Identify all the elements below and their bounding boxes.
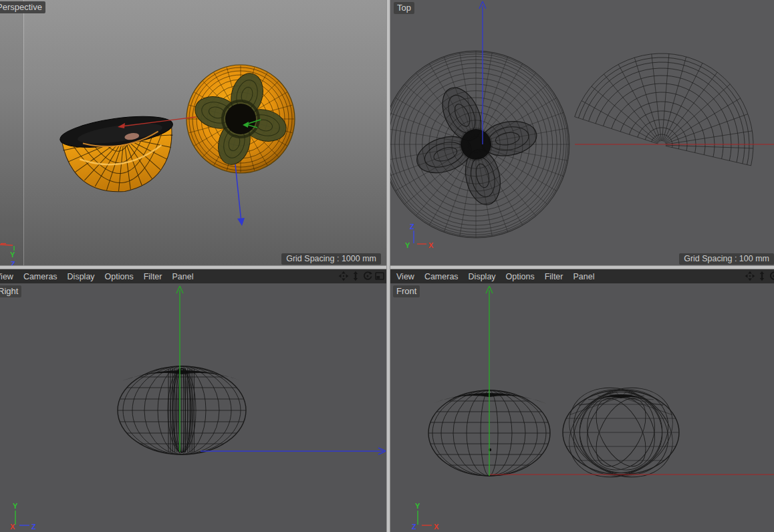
axis-gizmo-top: Z Y X — [401, 221, 438, 253]
fruit-side-wireframe — [118, 366, 246, 454]
svg-text:Y: Y — [10, 251, 15, 259]
svg-text:Y: Y — [415, 502, 420, 510]
whole-fruit-object[interactable] — [186, 65, 295, 173]
viewport-top[interactable]: Top Grid Spacing : 100 mm Z Y X — [390, 0, 774, 266]
fruit-front-wireframes — [428, 370, 688, 495]
viewport-splitter-vertical[interactable] — [386, 0, 390, 532]
menu-item-filter[interactable]: Filter — [144, 272, 162, 281]
svg-text:Y: Y — [13, 502, 18, 510]
left-edge-panel-sliver — [0, 0, 23, 266]
viewport-perspective[interactable]: Perspective Grid Spacing : 1000 mm Y Z — [0, 0, 386, 266]
viewport-nav-icons — [338, 271, 385, 281]
rotate-icon[interactable] — [362, 271, 373, 281]
viewport-right[interactable]: Right Y X Z — [0, 283, 386, 532]
menu-item-display[interactable]: Display — [469, 272, 496, 281]
dolly-icon[interactable] — [757, 271, 767, 281]
menu-item-panel[interactable]: Panel — [172, 272, 193, 281]
right-scene-canvas[interactable] — [0, 283, 386, 532]
menu-item-options[interactable]: Options — [506, 272, 535, 281]
rotate-icon[interactable] — [769, 271, 774, 281]
grid-spacing-label-top: Grid Spacing : 100 mm — [679, 253, 774, 265]
menu-item-cameras[interactable]: Cameras — [23, 272, 57, 281]
viewport-menubar-right-view: View Cameras Display Options Filter Pane… — [0, 269, 386, 283]
svg-text:X: X — [10, 523, 15, 531]
svg-text:Z: Z — [410, 223, 414, 231]
pan-icon[interactable] — [338, 271, 349, 281]
viewport-label-right: Right — [0, 285, 21, 297]
svg-text:Z: Z — [412, 523, 416, 531]
menu-item-view[interactable]: View — [396, 272, 414, 281]
svg-text:Y: Y — [405, 241, 410, 249]
maximize-view-icon[interactable] — [374, 271, 385, 281]
perspective-scene-canvas[interactable] — [0, 0, 386, 266]
axis-manipulator-arrows[interactable] — [486, 286, 774, 476]
viewport-label-perspective: Perspective — [0, 1, 45, 13]
axis-gizmo-front: Y Z X — [409, 500, 445, 531]
viewport-label-front: Front — [393, 285, 420, 297]
axis-gizmo-right: Y X Z — [7, 500, 43, 531]
dolly-icon[interactable] — [350, 271, 361, 281]
axis-gizmo-perspective: Y Z — [0, 237, 27, 266]
viewport-nav-icons — [745, 271, 774, 281]
viewport-label-top: Top — [394, 2, 414, 14]
svg-text:X: X — [434, 523, 439, 531]
menu-item-view[interactable]: View — [0, 272, 13, 281]
svg-text:Z: Z — [31, 523, 36, 531]
menu-item-panel[interactable]: Panel — [573, 272, 594, 281]
menu-items: View Cameras Display Options Filter Pane… — [396, 272, 594, 281]
front-scene-canvas[interactable] — [390, 283, 774, 532]
svg-text:X: X — [428, 241, 434, 249]
grid-spacing-label-perspective: Grid Spacing : 1000 mm — [281, 253, 381, 265]
menu-item-cameras[interactable]: Cameras — [424, 272, 459, 281]
top-scene-canvas[interactable] — [390, 0, 774, 266]
menu-item-options[interactable]: Options — [105, 272, 134, 281]
quad-viewport-stage: Perspective Grid Spacing : 1000 mm Y Z T… — [0, 0, 774, 532]
menu-item-filter[interactable]: Filter — [545, 272, 563, 281]
menu-item-display[interactable]: Display — [68, 272, 95, 281]
viewport-menubar-front-view: View Cameras Display Options Filter Pane… — [390, 269, 774, 283]
viewport-front[interactable]: Front Y Z X — [390, 283, 774, 532]
pan-icon[interactable] — [745, 271, 755, 281]
menu-items: View Cameras Display Options Filter Pane… — [0, 272, 193, 281]
